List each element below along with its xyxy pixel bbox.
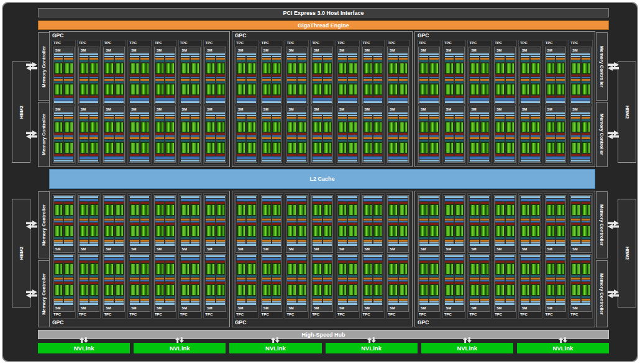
hbm2-block: HBM2 bbox=[12, 61, 30, 163]
dispatch-bar bbox=[298, 140, 306, 142]
dispatch-bar bbox=[313, 119, 321, 121]
shared-memory-bar bbox=[445, 157, 464, 159]
register-file-bar bbox=[181, 278, 190, 280]
sm-processing-column bbox=[80, 202, 88, 244]
shared-memory-bar bbox=[287, 98, 306, 101]
core-array bbox=[272, 63, 281, 74]
sm-processing-column bbox=[181, 55, 190, 98]
scheduler-bar bbox=[115, 301, 124, 303]
dispatch-bar bbox=[80, 119, 88, 121]
sfu-bar bbox=[399, 223, 408, 225]
sm-processing-column bbox=[64, 202, 73, 244]
sm-processing-block bbox=[64, 77, 73, 98]
tpc-box: TPCSMSM bbox=[442, 40, 467, 165]
scheduler-bar bbox=[582, 115, 590, 116]
core-array bbox=[80, 122, 88, 133]
register-file-bar bbox=[556, 278, 565, 280]
sm-label: SM bbox=[262, 107, 281, 112]
scheduler-bar bbox=[338, 77, 347, 78]
sfu-bar bbox=[54, 261, 63, 263]
sm-processing-column bbox=[582, 202, 590, 244]
scheduler-bar bbox=[419, 301, 428, 303]
dispatch-bar bbox=[140, 119, 149, 121]
dispatch-bar bbox=[165, 60, 174, 62]
sm-l1-bar bbox=[363, 303, 383, 305]
sm-processing-block bbox=[546, 282, 555, 303]
dispatch-bar bbox=[480, 81, 489, 83]
sfu-bar bbox=[89, 133, 98, 135]
sm-label: SM bbox=[54, 306, 73, 311]
dispatch-bar bbox=[455, 296, 464, 298]
sm-processing-column bbox=[216, 202, 225, 244]
sfu-bar bbox=[363, 75, 372, 76]
sm-processing-block bbox=[80, 77, 88, 98]
sfu-bar bbox=[64, 133, 73, 135]
sfu-bar bbox=[363, 202, 372, 204]
sm-processing-block bbox=[455, 56, 464, 76]
tpc-row: TPCSMSMTPCSMSMTPCSMSMTPCSMSMTPCSMSMTPCSM… bbox=[50, 40, 229, 166]
register-file-bar bbox=[363, 219, 372, 221]
sm-l1-bar bbox=[495, 303, 514, 305]
core-array bbox=[140, 142, 149, 153]
hbm2-block: HBM2 bbox=[618, 199, 636, 307]
sm-processing-block bbox=[506, 115, 514, 135]
dispatch-bar bbox=[323, 216, 332, 218]
core-array bbox=[247, 122, 255, 133]
sm-processing-block bbox=[89, 202, 98, 222]
sfu-bar bbox=[495, 261, 504, 263]
sm-processing-block bbox=[191, 261, 199, 281]
register-file-bar bbox=[237, 58, 245, 60]
dispatch-bar bbox=[373, 275, 382, 277]
sm-processing-grid bbox=[155, 261, 175, 303]
sm-processing-block bbox=[571, 282, 580, 303]
sm-label: SM bbox=[445, 107, 464, 112]
sm-processing-block bbox=[470, 135, 478, 156]
sm-box: SM bbox=[204, 106, 226, 163]
sm-processing-block bbox=[165, 261, 174, 281]
scheduler-bar bbox=[582, 242, 590, 243]
sm-label: SM bbox=[130, 306, 149, 311]
register-file-bar bbox=[338, 137, 347, 139]
dispatch-bar bbox=[89, 216, 98, 218]
sm-processing-column bbox=[89, 114, 98, 157]
sfu-bar bbox=[546, 75, 555, 76]
sm-processing-block bbox=[206, 115, 214, 135]
sm-processing-block bbox=[556, 135, 565, 156]
core-array bbox=[262, 204, 271, 216]
shared-memory-bar bbox=[104, 258, 124, 260]
register-file-bar bbox=[506, 79, 514, 81]
sfu-bar bbox=[206, 223, 214, 225]
sm-processing-grid bbox=[495, 55, 515, 98]
register-file-bar bbox=[429, 299, 438, 301]
sm-processing-block bbox=[237, 223, 245, 243]
dispatch-bar bbox=[531, 296, 539, 298]
core-array bbox=[470, 225, 478, 237]
core-array bbox=[80, 63, 88, 74]
shared-memory-bar bbox=[181, 157, 200, 159]
tex-units-bar bbox=[470, 101, 489, 103]
memory-controller-block: Memory Controller bbox=[38, 191, 50, 258]
tex-units-bar bbox=[130, 101, 149, 103]
scheduler-bar bbox=[191, 135, 199, 137]
sfu-bar bbox=[455, 223, 464, 225]
sm-processing-column bbox=[348, 202, 357, 244]
dispatch-bar bbox=[571, 237, 580, 239]
register-file-bar bbox=[262, 79, 271, 81]
tex-units-bar bbox=[313, 101, 332, 103]
sfu-bar bbox=[313, 202, 321, 204]
sm-processing-column bbox=[480, 261, 489, 303]
scheduler-bar bbox=[313, 280, 321, 281]
sm-processing-column bbox=[363, 202, 372, 244]
hbm2-mc-arrow bbox=[25, 62, 38, 71]
pci-host-interface-bar: PCI Express 3.0 Host Interface bbox=[38, 8, 609, 17]
dispatch-bar bbox=[363, 237, 372, 239]
core-array bbox=[388, 284, 397, 296]
sm-processing-block bbox=[262, 135, 271, 156]
dispatch-bar bbox=[480, 275, 489, 277]
scheduler-bar bbox=[80, 221, 88, 222]
sm-processing-grid bbox=[388, 114, 408, 157]
sm-box: SM bbox=[261, 106, 283, 163]
core-array bbox=[206, 122, 214, 133]
register-file-bar bbox=[445, 240, 454, 242]
sfu-bar bbox=[419, 154, 428, 156]
